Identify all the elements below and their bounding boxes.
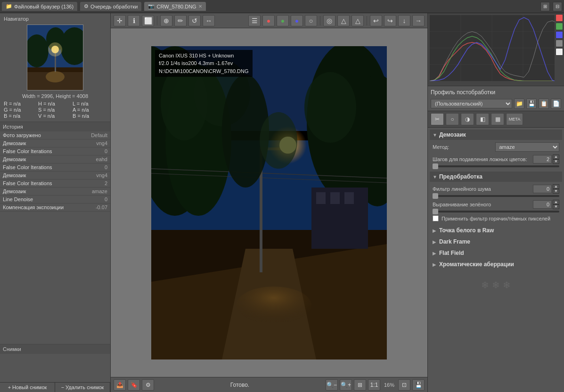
line-noise-slider-thumb[interactable]: [433, 193, 438, 199]
demosaic-title: Демозаик: [439, 131, 466, 138]
rotate-tool-button[interactable]: ↺: [188, 15, 201, 26]
history-item[interactable]: Line Denoise 0: [0, 196, 110, 204]
steps-down-button[interactable]: ▼: [553, 159, 559, 164]
line-noise-slider-track[interactable]: [433, 195, 559, 197]
filter-button[interactable]: ◎: [323, 15, 335, 26]
darkframe-header[interactable]: ▶ Dark Frame: [430, 236, 562, 247]
method-select[interactable]: amaze: [495, 142, 560, 152]
preprocess-header[interactable]: ▼ Предобработка: [430, 172, 562, 182]
green-eq-up-button[interactable]: ▲: [553, 200, 559, 204]
color-g: G = n/a: [4, 107, 38, 113]
flip-tool-button[interactable]: ↔: [203, 15, 215, 26]
navigator-thumbnail[interactable]: [27, 24, 83, 90]
gray-hist-button[interactable]: [556, 40, 563, 47]
history-item[interactable]: False Color Iterations 0: [0, 163, 110, 172]
demosaic-slider-row: [430, 165, 562, 169]
green-eq-down-button[interactable]: ▼: [553, 204, 559, 209]
steps-input[interactable]: [533, 155, 552, 163]
crop-tool-button[interactable]: ⬜: [142, 15, 154, 26]
green-channel-button[interactable]: ●: [277, 15, 289, 26]
image-area[interactable]: Canon IXUS 310 HS + Unknown f/2.0 1/4s i…: [111, 28, 427, 377]
underexpose-button[interactable]: △: [351, 15, 364, 26]
profile-select[interactable]: (Пользовательский): [431, 99, 512, 108]
profile-title: Профиль постобработки: [431, 88, 561, 97]
tab-color[interactable]: ◑: [461, 113, 474, 125]
history-item[interactable]: Демозаик vng4: [0, 139, 110, 147]
svg-point-7: [48, 42, 62, 57]
save-button[interactable]: ↓: [398, 15, 410, 26]
history-item[interactable]: False Color Iterations 0: [0, 147, 110, 155]
history-item[interactable]: Фото загружено Default: [0, 131, 110, 139]
whitepoint-header[interactable]: ▶ Точка белого в Raw: [430, 225, 562, 236]
snapshots-panel: Снимки + Новый снимок − Удалить снимок: [0, 344, 110, 392]
blue-hist-button[interactable]: [556, 31, 563, 39]
red-hist-button[interactable]: [556, 14, 563, 22]
steps-up-button[interactable]: ▲: [553, 155, 559, 159]
zoom-100-button[interactable]: 1:1: [368, 379, 380, 391]
undo-button[interactable]: ↩: [370, 15, 382, 26]
window-tile-button[interactable]: ⊞: [540, 2, 550, 11]
all-channels-button[interactable]: ○: [305, 15, 317, 26]
history-item[interactable]: Демозаик vng4: [0, 172, 110, 180]
move-tool-button[interactable]: ✛: [114, 15, 126, 26]
history-item[interactable]: Демозаик eahd: [0, 155, 110, 163]
line-noise-up-button[interactable]: ▲: [553, 184, 559, 189]
fullscreen-button[interactable]: ⊡: [398, 379, 410, 391]
line-noise-input[interactable]: [533, 185, 552, 193]
zoom-out-button[interactable]: 🔍−: [326, 379, 338, 391]
settings-status-button[interactable]: ⚙: [142, 379, 154, 391]
redo-button[interactable]: ↪: [384, 15, 396, 26]
green-hist-button[interactable]: [556, 23, 563, 30]
save-status-button[interactable]: 💾: [412, 379, 425, 391]
tab-lens[interactable]: ○: [446, 113, 459, 125]
filebrowser-icon: 📁: [6, 3, 12, 9]
line-noise-down-button[interactable]: ▼: [553, 189, 559, 194]
bookmark-button[interactable]: 🔖: [128, 379, 140, 391]
tab-queue[interactable]: ⚙ Очередь обработки: [80, 2, 141, 11]
add-tool-button[interactable]: ⊕: [160, 15, 172, 26]
tab-photo[interactable]: 📷 CRW_5780.DNG ✕: [144, 2, 205, 11]
green-eq-slider-thumb[interactable]: [433, 209, 438, 214]
green-eq-label: Выравнивание зелёного: [433, 202, 530, 207]
info-tool-button[interactable]: ℹ: [128, 15, 140, 26]
window-layout-button[interactable]: ⊟: [553, 2, 562, 11]
tab-meta[interactable]: META: [506, 113, 523, 125]
export-file-button[interactable]: 📤: [114, 379, 126, 391]
demosaic-slider-track[interactable]: [433, 165, 559, 167]
menu-button[interactable]: ☰: [248, 15, 261, 26]
tab-bw[interactable]: ◧: [476, 113, 489, 125]
blue-channel-button[interactable]: ●: [291, 15, 303, 26]
zoom-in-button[interactable]: 🔍+: [340, 379, 352, 391]
chromatic-header[interactable]: ▶ Хроматические аберрации: [430, 259, 562, 270]
statusbar: 📤 🔖 ⚙ Готово. 🔍− 🔍+ ⊞ 1:1 16% ⊡ 💾: [111, 377, 427, 392]
tab-close-icon[interactable]: ✕: [198, 4, 202, 9]
zoom-fit-button[interactable]: ⊞: [354, 379, 366, 391]
tab-raw[interactable]: ✂: [431, 113, 444, 125]
profile-open-button[interactable]: 📁: [514, 98, 524, 109]
svg-point-9: [46, 71, 65, 82]
history-item[interactable]: Компенсация экспозиции -0.07: [0, 204, 110, 212]
history-item[interactable]: Демозаик amaze: [0, 188, 110, 196]
green-eq-spin-buttons: ▲ ▼: [553, 200, 559, 209]
profile-copy-button[interactable]: 📋: [539, 98, 549, 109]
edit-tool-button[interactable]: ✏: [174, 15, 187, 26]
demosaic-header[interactable]: ▼ Демозаик: [430, 130, 562, 140]
profile-save-button[interactable]: 💾: [526, 98, 537, 109]
tab-filebrowser[interactable]: 📁 Файловый браузер (136): [2, 2, 77, 11]
flatfield-header[interactable]: ▶ Flat Field: [430, 247, 562, 259]
red-channel-button[interactable]: ●: [262, 15, 275, 26]
delete-snapshot-button[interactable]: − Удалить снимок: [55, 383, 110, 392]
profile-paste-button[interactable]: 📄: [551, 98, 561, 109]
green-eq-input[interactable]: [533, 200, 552, 209]
overexpose-button[interactable]: △: [337, 15, 350, 26]
green-eq-slider-track[interactable]: [433, 211, 559, 212]
history-item[interactable]: False Color Iterations 2: [0, 180, 110, 188]
add-snapshot-button[interactable]: + Новый снимок: [0, 383, 55, 392]
tab-grid[interactable]: ▦: [491, 113, 504, 125]
export-button[interactable]: →: [412, 15, 425, 26]
hotpixel-checkbox[interactable]: [433, 215, 439, 221]
white-hist-button[interactable]: [556, 48, 563, 56]
exposure-info: f/2.0 1/4s iso200 4.3mm -1.67ev: [159, 59, 249, 67]
demosaic-slider-thumb[interactable]: [433, 163, 438, 169]
titlebar: 📁 Файловый браузер (136) ⚙ Очередь обраб…: [0, 0, 564, 13]
